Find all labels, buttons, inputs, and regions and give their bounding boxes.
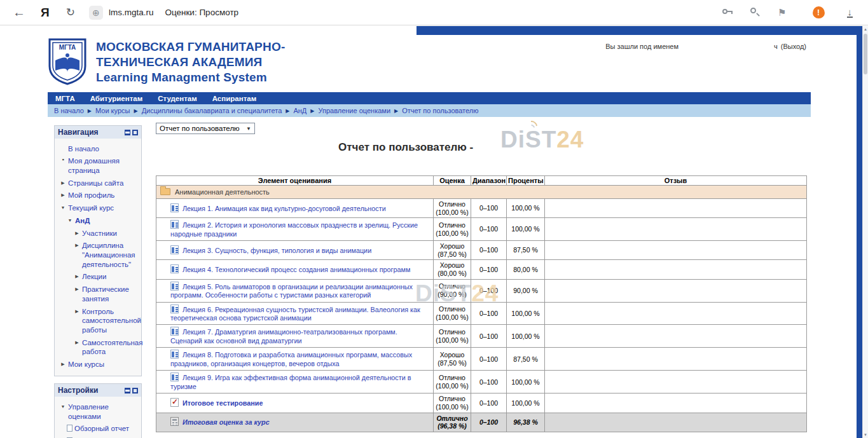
nav-item-1[interactable]: Абитуриентам <box>90 95 142 102</box>
bookmark-flag-icon[interactable]: ⚑ <box>778 7 786 18</box>
collapse-icon[interactable]: ▼ <box>60 404 66 410</box>
dock-block-icon[interactable] <box>125 130 130 135</box>
quiz-icon <box>170 398 179 407</box>
sidebar-item[interactable]: ▼Управление оценками <box>59 400 139 422</box>
feedback-cell <box>545 218 807 241</box>
grade-item-link[interactable]: Итоговое тестирование <box>183 399 263 407</box>
download-icon[interactable]: ↓ <box>847 8 853 18</box>
expand-icon[interactable]: ▶ <box>74 340 80 346</box>
grade-item-link[interactable]: Лекция 2. История и хронология массовых … <box>170 221 418 237</box>
nav-item-2[interactable]: Студентам <box>158 95 197 102</box>
sidebar-item[interactable]: ▶Страницы сайта <box>59 177 139 189</box>
username-redacted <box>682 43 771 50</box>
sidebar-link[interactable]: Лекции <box>82 272 106 282</box>
breadcrumb-item[interactable]: Управление оценками <box>318 107 390 114</box>
sidebar-link[interactable]: Страницы сайта <box>68 179 123 188</box>
sidebar-item[interactable]: ▶Самостоятельная работа <box>59 336 139 358</box>
grade-item-link[interactable]: Лекция 9. Игра как эффективная форма ани… <box>170 374 411 390</box>
address-url[interactable]: lms.mgta.ru <box>109 8 154 17</box>
yandex-browser-icon[interactable]: Я <box>41 6 50 20</box>
sidebar-link[interactable]: Практические занятия <box>82 285 139 303</box>
vertical-scrollbar[interactable]: ▲ ▼ <box>862 26 868 438</box>
grade-item-row: Лекция 9. Игра как эффективная форма ани… <box>156 371 807 394</box>
sidebar-link[interactable]: Самостоятельная работа <box>82 338 142 357</box>
grade-item-link[interactable]: Лекция 7. Драматургия анимационно-театра… <box>170 328 397 344</box>
grade-item-row: Лекция 2. История и хронология массовых … <box>156 218 807 241</box>
percent-cell: 100,00 % <box>507 371 545 394</box>
sidebar-link[interactable]: Мои курсы <box>68 360 104 369</box>
sidebar-link[interactable]: Контроль самостоятельной работы <box>82 307 141 335</box>
expand-icon[interactable]: ▶ <box>74 243 80 249</box>
grade-cell: Отлично(100,00 %) <box>434 218 471 241</box>
nav-item-3[interactable]: Аспирантам <box>212 95 256 102</box>
sidebar-item[interactable]: ▶Практические занятия <box>59 284 139 305</box>
breadcrumb-item[interactable]: Дисциплины бакалавриата и специалитета <box>142 107 282 114</box>
sidebar-item[interactable]: Отчет по пользователю <box>59 435 139 438</box>
breadcrumb-item[interactable]: Отчет по пользователю <box>402 107 478 114</box>
expand-icon[interactable]: ▶ <box>60 193 66 198</box>
nav-item-0[interactable]: МГТА <box>55 95 75 102</box>
expand-icon[interactable]: ▶ <box>60 181 66 186</box>
mgta-logo-icon: МГТА <box>48 38 87 86</box>
grade-item-row: Лекция 7. Драматургия анимационно-театра… <box>156 325 807 348</box>
sidebar-item[interactable]: ▶Участники <box>59 227 139 240</box>
expand-icon[interactable]: ▶ <box>74 231 80 236</box>
lesson-icon <box>170 350 179 359</box>
grade-item-link[interactable]: Лекция 4. Технологический процесс создан… <box>183 266 410 273</box>
scroll-up-icon[interactable]: ▲ <box>863 27 868 31</box>
grade-item-link: Итоговая оценка за курс <box>183 418 270 426</box>
grade-cell: Отлично(96,38 %) <box>434 413 471 432</box>
sidebar-link[interactable]: Обзорный отчет <box>74 424 129 434</box>
sidebar-link[interactable]: Управление оценками <box>68 402 139 421</box>
sidebar-item[interactable]: ▼Текущий курс <box>59 202 139 215</box>
sidebar-link[interactable]: АнД <box>75 216 90 226</box>
sidebar-item[interactable]: ▶Контроль самостоятельной работы <box>59 305 139 336</box>
expand-icon[interactable]: ▶ <box>60 362 66 367</box>
scroll-down-icon[interactable]: ▼ <box>863 433 868 437</box>
sidebar-item[interactable]: ▶Мой профиль <box>59 189 139 202</box>
grade-item-link[interactable]: Лекция 8. Подготовка и разработка анимац… <box>170 351 412 367</box>
grade-cell: Отлично(100,00 %) <box>434 302 471 325</box>
sidebar-item[interactable]: ▶Мои курсы <box>59 359 139 371</box>
collapse-icon[interactable]: ▼ <box>60 205 66 211</box>
academy-line2: ТЕХНИЧЕСКАЯ АКАДЕМИЯ <box>96 55 285 70</box>
refresh-icon[interactable]: ↻ <box>66 6 75 19</box>
collapse-block-icon[interactable] <box>132 130 138 135</box>
grade-item-link[interactable]: Лекция 3. Сущность, функция, типология и… <box>183 247 371 254</box>
breadcrumb-separator-icon: ▶ <box>310 108 314 114</box>
notification-icon[interactable] <box>813 6 825 18</box>
sidebar-link[interactable]: Мой профиль <box>68 191 114 200</box>
sidebar-link[interactable]: Дисциплина "Анимационная деятельность" <box>82 241 139 269</box>
sidebar-link[interactable]: Текущий курс <box>68 203 114 213</box>
dock-block-icon[interactable] <box>125 388 130 394</box>
sidebar-item[interactable]: ▼АнД <box>59 214 139 227</box>
breadcrumb-item[interactable]: Мои курсы <box>95 107 130 114</box>
back-icon[interactable]: ← <box>13 5 25 20</box>
category-name: Анимационная деятельность <box>175 188 270 196</box>
search-icon[interactable] <box>750 8 761 17</box>
grade-item-link[interactable]: Лекция 5. Роль аниматоров в организации … <box>170 283 413 299</box>
expand-icon[interactable]: ▶ <box>74 274 80 280</box>
scrollbar-thumb[interactable] <box>864 34 867 74</box>
breadcrumb-item[interactable]: АнД <box>293 107 307 114</box>
collapse-icon[interactable]: ▼ <box>67 218 73 224</box>
sidebar-item[interactable]: ▶Лекции <box>59 271 139 284</box>
range-cell: 0–100 <box>471 371 507 394</box>
collapse-block-icon[interactable] <box>132 388 138 394</box>
key-icon[interactable] <box>722 8 733 17</box>
breadcrumb-item[interactable]: В начало <box>54 107 84 114</box>
sidebar-item[interactable]: ▶Дисциплина "Анимационная деятельность" <box>59 240 139 271</box>
grade-item-link[interactable]: Лекция 6. Рекреационная сущность туристс… <box>170 306 420 322</box>
lesson-icon <box>170 373 179 381</box>
sidebar-link[interactable]: Участники <box>82 229 117 238</box>
site-info-button[interactable]: ⊕ <box>89 6 103 20</box>
logout-link[interactable]: (Выход) <box>781 43 806 50</box>
report-type-select[interactable]: Отчет по пользователю ▼ <box>156 123 255 134</box>
sidebar-item[interactable]: ▪Моя домашняя страница <box>59 155 139 177</box>
expand-icon[interactable]: ▶ <box>74 287 80 292</box>
bullet-icon: ▪ <box>60 156 66 164</box>
expand-icon[interactable]: ▶ <box>74 309 80 315</box>
sidebar-link[interactable]: Моя домашняя страница <box>68 156 139 175</box>
grade-item-link[interactable]: Лекция 1. Анимация как вид культурно-дос… <box>183 205 386 212</box>
sidebar-item[interactable]: Обзорный отчет <box>59 423 139 435</box>
